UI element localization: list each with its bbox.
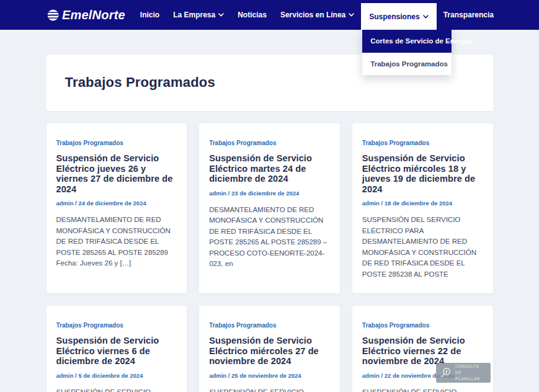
- widget-label-line2: DE PLANILLAS: [455, 370, 480, 381]
- consulta-planillas-widget[interactable]: CONSULTA DE PLANILLAS: [436, 363, 491, 383]
- brand-logo[interactable]: EmelNorte: [47, 0, 125, 30]
- post-meta: admin / 25 de noviembre de 2024: [209, 372, 330, 379]
- suspensiones-dropdown-menu: Cortes de Servicio de Energía Trabajos P…: [362, 30, 452, 75]
- post-card[interactable]: Trabajos Programados Suspensión de Servi…: [199, 123, 340, 293]
- widget-label: CONSULTA DE PLANILLAS: [455, 363, 487, 381]
- post-category-link[interactable]: Trabajos Programados: [362, 140, 429, 146]
- post-excerpt: DESMANTELAMIENTO DE RED MONOFÁSICA Y CON…: [209, 205, 330, 270]
- nav-label: Suspensiones: [369, 2, 419, 32]
- nav-item-transparencia[interactable]: Transparencia: [437, 0, 501, 30]
- nav-label: La Empresa: [173, 0, 215, 30]
- brand-name: EmelNorte: [62, 8, 125, 22]
- post-excerpt: SUSPENSIÓN DE SERVICIO ELÉCTRICO POR ELE…: [209, 387, 330, 392]
- nav-item-suspensiones[interactable]: Suspensiones Cortes de Servicio de Energ…: [361, 3, 436, 30]
- post-meta: admin / 23 de diciembre de 2024: [209, 190, 330, 197]
- page-title: Trabajos Programados: [65, 74, 474, 91]
- post-card[interactable]: Trabajos Programados Suspensión de Servi…: [199, 306, 340, 392]
- nav-label: Servicios en Línea: [280, 0, 345, 30]
- post-title-link[interactable]: Suspensión de Servicio Eléctrico jueves …: [56, 153, 177, 194]
- post-category-link[interactable]: Trabajos Programados: [56, 322, 123, 329]
- nav-label: Inicio: [140, 0, 159, 30]
- post-excerpt: SUSPENSIÓN DEL SERVICIO ELÉCTRICO PARA D…: [362, 215, 483, 280]
- post-title-link[interactable]: Suspensión de Servicio Eléctrico miércol…: [362, 153, 483, 194]
- post-category-link[interactable]: Trabajos Programados: [56, 140, 123, 146]
- post-category-link[interactable]: Trabajos Programados: [362, 322, 429, 329]
- main-content: Trabajos Programados Trabajos Programado…: [47, 55, 493, 392]
- nav-item-inicio[interactable]: Inicio: [133, 0, 166, 30]
- post-meta: admin / 18 de diciembre de 2024: [362, 200, 483, 207]
- dropdown-item-cortes-de-servicio[interactable]: Cortes de Servicio de Energía: [362, 30, 452, 53]
- post-excerpt: SUSPENSIÓN DE SERVICIO ELÉCTRICO POR TRA…: [56, 387, 177, 392]
- dropdown-item-trabajos-programados[interactable]: Trabajos Programados: [362, 53, 452, 76]
- post-card[interactable]: Trabajos Programados Suspensión de Servi…: [47, 306, 187, 392]
- nav-item-noticias[interactable]: Noticias: [231, 0, 274, 30]
- chevron-down-icon: [349, 13, 354, 17]
- nav-item-la-empresa[interactable]: La Empresa: [166, 0, 231, 30]
- top-navbar: EmelNorte Inicio La Empresa Noticias Ser…: [0, 0, 539, 30]
- post-title-link[interactable]: Suspensión de Servicio Eléctrico martes …: [209, 153, 330, 184]
- post-card[interactable]: Trabajos Programados Suspensión de Servi…: [47, 123, 187, 293]
- main-nav: Inicio La Empresa Noticias Servicios en …: [133, 0, 501, 30]
- post-meta: admin / 5 de diciembre de 2024: [56, 372, 177, 379]
- emelnorte-globe-icon: [47, 9, 60, 22]
- chevron-down-icon: [218, 13, 224, 17]
- post-title-link[interactable]: Suspensión de Servicio Eléctrico viernes…: [362, 336, 483, 367]
- post-excerpt: DESMANTELAMIENTO DE RED MONOFÁSICA Y CON…: [56, 215, 177, 269]
- post-category-link[interactable]: Trabajos Programados: [209, 322, 276, 329]
- post-title-link[interactable]: Suspensión de Servicio Eléctrico viernes…: [56, 336, 177, 367]
- post-meta: admin / 24 de diciembre de 2024: [56, 200, 177, 207]
- nav-label: Transparencia: [443, 0, 494, 30]
- posts-grid: Trabajos Programados Suspensión de Servi…: [47, 123, 493, 392]
- chevron-down-icon: [423, 15, 429, 19]
- post-title-link[interactable]: Suspensión de Servicio Eléctrico miércol…: [209, 336, 330, 367]
- post-card[interactable]: Trabajos Programados Suspensión de Servi…: [352, 123, 493, 293]
- nav-item-servicios-en-linea[interactable]: Servicios en Línea: [274, 0, 361, 30]
- nav-label: Noticias: [238, 0, 267, 30]
- magnifier-icon: [440, 367, 452, 379]
- post-excerpt: SUSPENSIÓN DE SERVICIO ELÉCTRICO POR ELE…: [362, 387, 483, 392]
- post-category-link[interactable]: Trabajos Programados: [209, 140, 276, 146]
- widget-label-line1: CONSULTA: [455, 364, 479, 368]
